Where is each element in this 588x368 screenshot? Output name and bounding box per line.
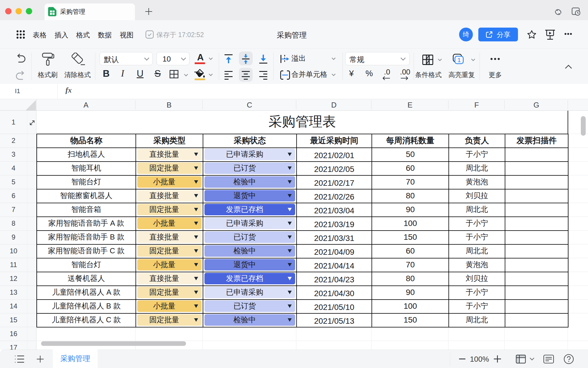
svg-text:1: 1 <box>457 57 461 63</box>
